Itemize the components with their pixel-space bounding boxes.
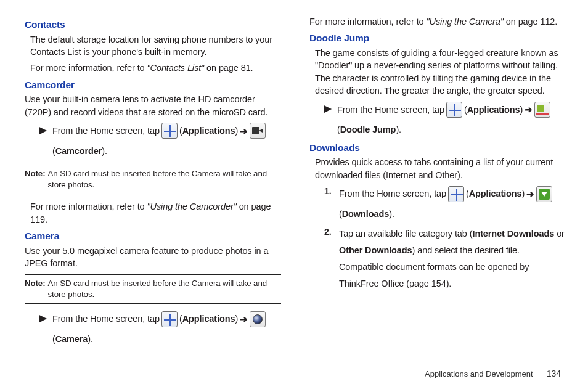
camcorder-step: ▶ From the Home screen, tap (Application… [39, 122, 281, 160]
heading-contacts: Contacts [25, 18, 281, 31]
camcorder-p1: Use your built-in camera lens to activat… [25, 93, 281, 118]
contacts-p1: The default storage location for saving … [30, 33, 281, 59]
page-footer: Applications and Development 134 [425, 369, 561, 378]
applications-label: (Applications) [179, 310, 238, 327]
contacts-p2: For more information, refer to "Contacts… [30, 62, 281, 74]
note-label: Note: [25, 168, 45, 190]
note-text: An SD card must be inserted before the C… [47, 278, 281, 300]
right-top-a: For more information, refer to [309, 17, 427, 27]
downloads-label: (Downloads). [339, 205, 394, 223]
bullet-icon: ▶ [39, 123, 47, 136]
doodle-step: ▶ From the Home screen, tap (Application… [324, 100, 566, 139]
camera-step-text: From the Home screen, tap [52, 310, 160, 327]
right-column: For more information, refer to "Using th… [309, 15, 566, 361]
applications-label: (Applications) [464, 101, 523, 118]
camcorder-p2a: For more information, refer to [30, 202, 147, 211]
camera-p1: Use your 5.0 megapixel camera feature to… [25, 245, 281, 270]
downloads-p1: Provides quick access to tabs containing… [315, 156, 566, 181]
camera-icon [250, 311, 266, 327]
camcorder-note: Note: An SD card must be inserted before… [25, 165, 281, 194]
footer-section: Applications and Development [425, 369, 533, 378]
arrow-icon: ➜ [240, 310, 248, 328]
camcorder-label: (Camcorder). [52, 142, 107, 160]
right-top-ref: For more information, refer to "Using th… [309, 15, 566, 28]
step-number-1: 1. [324, 186, 334, 198]
heading-camcorder: Camcorder [25, 78, 281, 92]
downloads-s2: Tap an available file category tab (Inte… [339, 226, 566, 292]
heading-camera: Camera [25, 229, 281, 243]
camcorder-icon [250, 123, 266, 139]
applications-icon [161, 311, 178, 327]
camcorder-step-text: From the Home screen, tap [52, 122, 160, 139]
heading-doodle: Doodle Jump [309, 31, 566, 45]
downloads-s1-text: From the Home screen, tap [339, 185, 446, 202]
heading-downloads: Downloads [309, 141, 566, 155]
doodle-icon [534, 102, 550, 118]
applications-label: (Applications) [466, 185, 525, 202]
left-column: Contacts The default storage location fo… [25, 15, 281, 361]
downloads-icon [536, 186, 552, 202]
contacts-p2b: on page 81. [204, 63, 253, 73]
bullet-icon: ▶ [324, 102, 332, 115]
downloads-step1: 1. From the Home screen, tap (Applicatio… [324, 185, 566, 223]
doodle-step-text: From the Home screen, tap [337, 101, 444, 118]
camera-step: ▶ From the Home screen, tap (Application… [39, 310, 281, 348]
arrow-icon: ➜ [240, 122, 248, 140]
doodle-label: (Doodle Jump). [337, 121, 401, 138]
camcorder-p2: For more information, refer to "Using th… [30, 200, 281, 226]
arrow-icon: ➜ [526, 185, 534, 203]
step-number-2: 2. [324, 226, 334, 239]
note-label: Note: [25, 278, 45, 300]
camera-note: Note: An SD card must be inserted before… [25, 274, 281, 304]
bullet-icon: ▶ [39, 311, 47, 324]
contacts-p2a: For more information, refer to [30, 63, 147, 73]
applications-icon [446, 102, 462, 118]
doodle-p1: The game consists of guiding a four-legg… [315, 47, 566, 97]
downloads-step2: 2. Tap an available file category tab (I… [324, 226, 566, 292]
note-text: An SD card must be inserted before the C… [47, 168, 281, 190]
applications-icon [448, 186, 464, 202]
contacts-ref: "Contacts List" [147, 63, 205, 73]
camcorder-ref: "Using the Camcorder" [147, 202, 237, 211]
right-top-i: "Using the Camera" [427, 17, 504, 27]
right-top-b: on page 112. [504, 17, 557, 27]
applications-icon [161, 123, 178, 139]
camera-label: (Camera). [52, 330, 93, 348]
arrow-icon: ➜ [525, 100, 533, 118]
applications-label: (Applications) [179, 122, 238, 139]
footer-page-number: 134 [547, 369, 561, 378]
